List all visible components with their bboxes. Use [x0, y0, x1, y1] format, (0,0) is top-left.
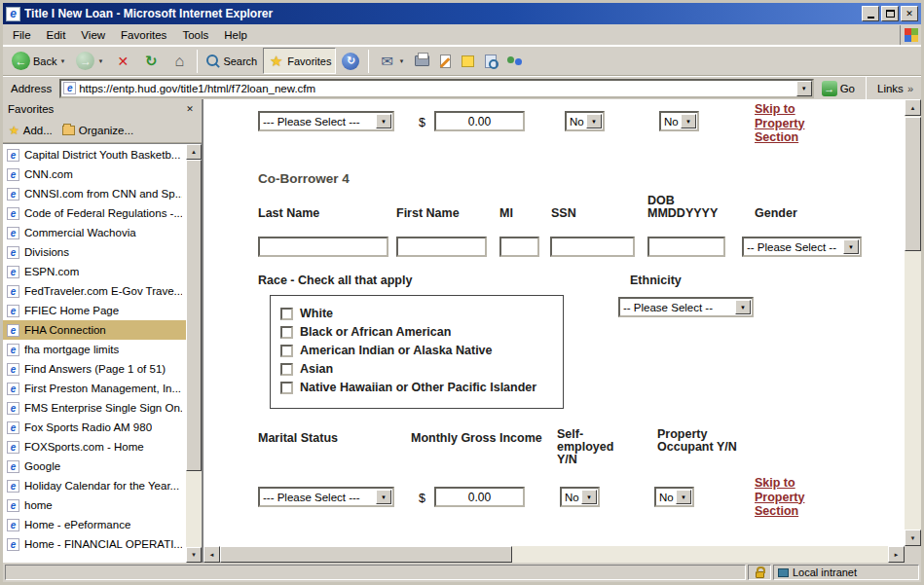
favorites-item[interactable]: e Code of Federal Regulations -...: [3, 203, 186, 223]
mi-label: MI: [499, 207, 513, 220]
address-input[interactable]: [79, 81, 795, 96]
add-favorite-button[interactable]: ★ Add...: [9, 124, 53, 137]
menu-item[interactable]: Edit: [39, 26, 74, 44]
favorites-item[interactable]: e Home - ePeformance: [3, 515, 186, 534]
favorites-close-button[interactable]: ✕: [183, 102, 197, 116]
race-checkbox[interactable]: [280, 382, 293, 394]
horizontal-scrollbar[interactable]: ◄ ►: [203, 546, 905, 563]
marital-status-select[interactable]: --- Please Select --- ▼: [258, 487, 394, 507]
research-button[interactable]: [480, 48, 501, 74]
favorites-item[interactable]: e FFIEC Home Page: [3, 301, 186, 320]
favorites-item[interactable]: e Commercial Wachovia: [3, 223, 186, 242]
race-checkbox[interactable]: [280, 363, 293, 376]
scroll-down-button[interactable]: ▼: [186, 547, 202, 563]
menu-item[interactable]: Help: [216, 26, 255, 44]
race-checkbox[interactable]: [280, 326, 293, 339]
menu-item[interactable]: View: [73, 26, 113, 44]
property-occupant-select[interactable]: No ▼: [654, 487, 694, 507]
race-checkbox[interactable]: [280, 345, 293, 357]
go-button[interactable]: → Go: [818, 80, 859, 97]
ie-page-icon: e: [7, 266, 19, 278]
favorites-item[interactable]: e CNNSI.com from CNN and Sp...: [3, 184, 186, 203]
dropdown-arrow-icon: ▼: [376, 490, 391, 504]
gender-select[interactable]: -- Please Select -- ▼: [742, 237, 862, 257]
scroll-up-button[interactable]: ▲: [905, 99, 921, 116]
forward-dropdown-icon[interactable]: ▼: [97, 58, 103, 64]
mi-input[interactable]: [499, 237, 539, 257]
ethnicity-select[interactable]: -- Please Select -- ▼: [618, 297, 754, 317]
edit-icon: [440, 55, 451, 68]
favorites-item[interactable]: e FOXSports.com - Home: [3, 437, 186, 457]
menu-item[interactable]: Favorites: [113, 26, 174, 44]
menu-item[interactable]: Tools: [174, 26, 216, 44]
favorites-item[interactable]: e First Preston Management, In...: [3, 379, 186, 398]
favorites-item[interactable]: e fha mortgage limits: [3, 340, 186, 359]
minimize-button[interactable]: [862, 6, 879, 21]
print-button[interactable]: [410, 48, 434, 74]
scroll-right-button[interactable]: ►: [888, 546, 905, 563]
favorites-scrollbar[interactable]: ▲ ▼: [186, 144, 202, 563]
dob-input[interactable]: [647, 237, 725, 257]
favorites-actions: ★ Add... Organize...: [3, 119, 202, 143]
mail-button[interactable]: ✉ ▼: [373, 48, 409, 74]
address-dropdown-button[interactable]: ▼: [796, 81, 812, 96]
self-employed-select-previous[interactable]: No ▼: [565, 111, 605, 131]
close-button[interactable]: ✕: [901, 6, 918, 21]
monthly-income-input[interactable]: [434, 487, 525, 507]
home-button[interactable]: ⌂: [166, 48, 193, 74]
maximize-icon: [886, 10, 895, 18]
first-name-input[interactable]: [396, 237, 487, 257]
mail-dropdown-icon[interactable]: ▼: [398, 58, 404, 64]
favorites-item-label: Home - FINANCIAL OPERATI...: [24, 538, 182, 550]
favorites-item[interactable]: e FedTraveler.com E-Gov Trave...: [3, 281, 186, 301]
links-button[interactable]: Links »: [873, 83, 917, 94]
favorites-item[interactable]: e Google: [3, 457, 186, 476]
scroll-left-button[interactable]: ◄: [203, 546, 220, 563]
organize-favorites-button[interactable]: Organize...: [62, 125, 133, 136]
favorites-item[interactable]: e Divisions: [3, 242, 186, 262]
messenger-button[interactable]: [502, 48, 528, 74]
scroll-up-button[interactable]: ▲: [186, 144, 202, 160]
marital-status-select-previous[interactable]: --- Please Select --- ▼: [258, 111, 394, 131]
favorites-button[interactable]: ★ Favorites: [263, 48, 336, 74]
minimize-icon: [868, 17, 874, 18]
intranet-zone-icon: [778, 568, 789, 577]
skip-to-property-section-link[interactable]: Skip to Property Section: [755, 476, 817, 519]
monthly-income-input-previous[interactable]: [434, 111, 525, 131]
favorites-item[interactable]: e Find Answers (Page 1 of 51): [3, 359, 186, 379]
stop-button[interactable]: ✕: [109, 48, 136, 74]
race-checkbox[interactable]: [280, 308, 293, 320]
favorites-item[interactable]: e Holiday Calendar for the Year...: [3, 476, 186, 495]
menu-item[interactable]: File: [5, 26, 39, 44]
scroll-down-button[interactable]: ▼: [905, 530, 921, 546]
back-dropdown-icon[interactable]: ▼: [59, 58, 65, 64]
page-content: --- Please Select --- ▼ $ No ▼ No ▼ Skip…: [203, 99, 921, 563]
favorites-item[interactable]: e ESPN.com: [3, 262, 186, 281]
history-button[interactable]: ↻: [337, 48, 364, 74]
discuss-button[interactable]: [457, 48, 479, 74]
property-occupant-select-previous[interactable]: No ▼: [659, 111, 699, 131]
forward-button[interactable]: → ▼: [71, 48, 108, 74]
search-button[interactable]: Search: [202, 48, 262, 74]
favorites-item[interactable]: e home: [3, 495, 186, 515]
maximize-button[interactable]: [881, 6, 899, 21]
favorites-item[interactable]: e FMS Enterprise Single Sign On...: [3, 398, 186, 418]
favorites-item[interactable]: e Fox Sports Radio AM 980: [3, 418, 186, 437]
scrollbar-thumb[interactable]: [220, 546, 512, 563]
favorites-item[interactable]: e CNN.com: [3, 165, 186, 184]
favorites-item[interactable]: e Home - FINANCIAL OPERATI...: [3, 534, 186, 554]
ssn-input[interactable]: [550, 237, 635, 257]
edit-button[interactable]: [435, 48, 456, 74]
vertical-scrollbar[interactable]: ▲ ▼: [905, 99, 921, 546]
skip-to-property-section-link[interactable]: Skip to Property Section: [755, 102, 817, 145]
favorites-item[interactable]: e FHA Connection: [3, 320, 186, 340]
last-name-input[interactable]: [258, 237, 388, 257]
property-occupant-label: Property Occupant Y/N: [657, 428, 747, 454]
self-employed-select[interactable]: No ▼: [560, 487, 600, 507]
refresh-button[interactable]: ↻: [137, 48, 165, 74]
favorites-item[interactable]: e Capital District Youth Basketb...: [3, 145, 186, 165]
dropdown-arrow-icon: ▼: [376, 114, 391, 128]
back-button[interactable]: ← Back ▼: [7, 48, 70, 74]
scrollbar-thumb[interactable]: [905, 117, 921, 251]
scrollbar-thumb[interactable]: [186, 160, 202, 471]
